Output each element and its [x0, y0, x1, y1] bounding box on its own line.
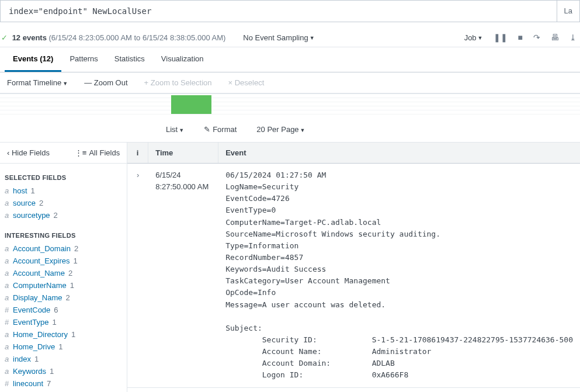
- format-label: Format: [213, 125, 237, 134]
- field-name: Keywords: [13, 367, 46, 376]
- field-count: 6: [54, 306, 58, 314]
- caret-icon: ▼: [310, 35, 315, 41]
- field-name: source: [13, 199, 36, 207]
- events-summary: ✓ 12 events (6/15/24 8:23:05.000 AM to 6…: [0, 33, 225, 42]
- tab-events[interactable]: Events (12): [5, 47, 61, 72]
- export-icon[interactable]: ⤓: [569, 33, 576, 42]
- field-name: Display_Name: [13, 293, 62, 302]
- field-count: 1: [34, 355, 39, 363]
- interesting-fields-heading: INTERESTING FIELDS: [0, 221, 127, 242]
- event-date: 6/15/24: [155, 169, 211, 181]
- tab-statistics[interactable]: Statistics: [106, 47, 153, 72]
- hide-fields-button[interactable]: ‹ Hide Fields: [7, 148, 50, 157]
- stop-icon[interactable]: ■: [518, 33, 523, 42]
- field-type: a: [5, 199, 13, 207]
- field-row[interactable]: ahost1: [0, 185, 127, 197]
- field-row[interactable]: aDisplay_Name2: [0, 292, 127, 304]
- caret-icon: ▼: [179, 127, 184, 133]
- field-count: 1: [74, 256, 78, 265]
- per-page-dropdown[interactable]: 20 Per Page▼: [256, 125, 305, 134]
- field-name: EventCode: [13, 306, 50, 314]
- caret-icon: ▼: [62, 81, 68, 86]
- field-type: #: [5, 306, 13, 314]
- format-timeline-dropdown[interactable]: Format Timeline▼: [7, 78, 68, 87]
- field-type: a: [5, 211, 13, 220]
- field-count: 2: [68, 269, 72, 277]
- field-name: Home_Drive: [13, 342, 55, 351]
- expand-row-toggle[interactable]: ›: [127, 169, 148, 381]
- field-row[interactable]: aKeywords1: [0, 365, 127, 377]
- timeline-visualization[interactable]: [0, 93, 580, 117]
- field-type: a: [5, 293, 13, 302]
- field-row[interactable]: aindex1: [0, 353, 127, 365]
- field-type: #: [5, 379, 13, 388]
- field-row[interactable]: asourcetype2: [0, 209, 127, 221]
- field-name: EventType: [13, 318, 48, 327]
- search-input[interactable]: [1, 1, 557, 22]
- event-timestamp: 8:27:50.000 AM: [155, 181, 211, 193]
- events-timerange: (6/15/24 8:23:05.000 AM to 6/15/24 8:38:…: [49, 33, 226, 42]
- search-side-button[interactable]: La: [557, 1, 579, 22]
- column-header-info[interactable]: i: [127, 143, 148, 163]
- chevron-left-icon: ‹: [7, 148, 12, 157]
- events-count: 12 events: [12, 33, 47, 42]
- field-count: 1: [58, 342, 62, 351]
- field-count: 1: [71, 330, 75, 339]
- list-view-dropdown[interactable]: List▼: [166, 125, 184, 134]
- field-name: index: [13, 355, 31, 363]
- list-icon: ⋮≡: [75, 148, 87, 157]
- field-row[interactable]: aAccount_Name2: [0, 267, 127, 279]
- format-button[interactable]: ✎Format: [204, 125, 237, 134]
- field-type: a: [5, 281, 13, 290]
- field-type: a: [5, 342, 13, 351]
- field-row[interactable]: asource2: [0, 197, 127, 209]
- field-row[interactable]: aAccount_Expires1: [0, 255, 127, 267]
- field-count: 1: [50, 367, 54, 376]
- field-type: a: [5, 256, 13, 265]
- share-icon[interactable]: ↷: [533, 33, 540, 42]
- job-dropdown[interactable]: Job▼: [464, 33, 483, 42]
- selected-fields-heading: SELECTED FIELDS: [0, 164, 127, 185]
- field-name: ComputerName: [13, 281, 67, 290]
- zoom-out-button[interactable]: — Zoom Out: [84, 78, 127, 87]
- timeline-bar[interactable]: [171, 95, 212, 114]
- format-timeline-label: Format Timeline: [7, 78, 61, 87]
- print-icon[interactable]: 🖶: [551, 33, 559, 42]
- field-count: 2: [74, 244, 78, 253]
- field-count: 2: [66, 293, 70, 302]
- event-raw[interactable]: 06/15/2024 01:27:50 AM LogName=Security …: [218, 169, 580, 381]
- field-row[interactable]: aHome_Drive1: [0, 341, 127, 353]
- job-label: Job: [464, 33, 477, 42]
- field-name: Home_Directory: [13, 330, 68, 339]
- field-type: a: [5, 367, 13, 376]
- field-type: a: [5, 355, 13, 363]
- field-row[interactable]: aHome_Directory1: [0, 328, 127, 341]
- field-count: 7: [47, 379, 51, 388]
- field-name: host: [13, 186, 27, 195]
- field-row[interactable]: #EventCode6: [0, 304, 127, 316]
- field-type: a: [5, 186, 13, 195]
- column-header-event[interactable]: Event: [218, 143, 580, 163]
- field-row[interactable]: #EventType1: [0, 316, 127, 328]
- all-fields-button[interactable]: ⋮≡All Fields: [75, 148, 120, 157]
- list-view-label: List: [166, 125, 178, 134]
- field-count: 1: [70, 281, 74, 290]
- pause-icon[interactable]: ❚❚: [494, 33, 508, 42]
- field-type: a: [5, 330, 13, 339]
- table-row: › 6/15/24 8:27:50.000 AM 06/15/2024 01:2…: [127, 164, 580, 388]
- sampling-label: No Event Sampling: [243, 33, 308, 42]
- field-name: Account_Domain: [13, 244, 71, 253]
- zoom-to-selection-button: + Zoom to Selection: [144, 78, 212, 87]
- tab-visualization[interactable]: Visualization: [153, 47, 212, 72]
- sampling-dropdown[interactable]: No Event Sampling▼: [243, 33, 314, 42]
- tab-patterns[interactable]: Patterns: [61, 47, 106, 72]
- field-row[interactable]: aAccount_Domain2: [0, 242, 127, 255]
- field-name: linecount: [13, 379, 43, 388]
- field-row[interactable]: aComputerName1: [0, 279, 127, 292]
- field-name: Account_Name: [13, 269, 65, 277]
- column-header-time[interactable]: Time: [148, 143, 218, 163]
- event-time: 6/15/24 8:27:50.000 AM: [148, 169, 218, 381]
- field-count: 1: [31, 186, 35, 195]
- check-icon: ✓: [1, 33, 8, 42]
- field-row[interactable]: #linecount7: [0, 377, 127, 390]
